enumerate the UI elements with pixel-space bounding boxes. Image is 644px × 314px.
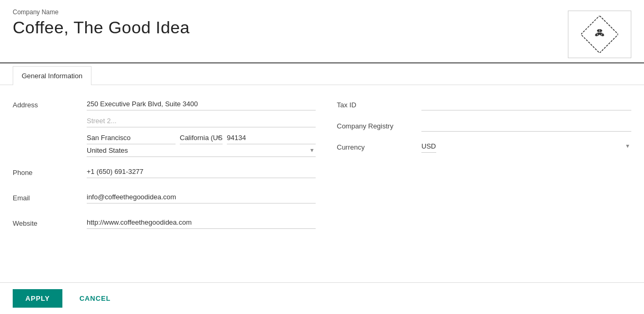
currency-label: Currency	[337, 140, 421, 151]
tabs-bar: General Information	[0, 63, 644, 85]
address-row: Address California (US	[13, 98, 316, 157]
currency-wrapper: USD EUR GBP	[421, 140, 631, 153]
taxid-label: Tax ID	[337, 98, 421, 109]
website-label: Website	[13, 216, 87, 227]
website-row: Website	[13, 216, 316, 233]
address-fields: California (US United States	[87, 98, 316, 157]
currency-select[interactable]: USD EUR GBP	[421, 140, 436, 153]
taxid-row: Tax ID	[337, 98, 631, 110]
company-label: Company Name	[13, 8, 190, 16]
page-wrapper: Company Name Coffee, The Good Idea Gen	[0, 0, 644, 314]
registry-row: Company Registry	[337, 119, 631, 132]
form-right: Tax ID Company Registry Currency USD EUR	[337, 98, 631, 242]
phone-row: Phone	[13, 165, 316, 182]
logo-diamond-icon	[581, 16, 618, 53]
street2-input[interactable]	[87, 115, 316, 127]
currency-row: Currency USD EUR GBP	[337, 140, 631, 153]
header: Company Name Coffee, The Good Idea	[0, 0, 644, 63]
phone-input[interactable]	[87, 165, 316, 178]
taxid-input[interactable]	[421, 98, 631, 110]
company-name: Coffee, The Good Idea	[13, 18, 190, 38]
city-state-zip-row: California (US	[87, 132, 316, 144]
state-wrapper: California (US	[180, 132, 223, 144]
tab-general-information[interactable]: General Information	[13, 66, 91, 85]
state-select[interactable]: California (US	[180, 132, 223, 144]
website-input[interactable]	[87, 216, 316, 229]
cancel-button[interactable]: CANCEL	[71, 289, 119, 308]
main-content: Address California (US	[0, 85, 644, 282]
phone-fields	[87, 165, 316, 182]
email-row: Email	[13, 191, 316, 208]
email-input[interactable]	[87, 191, 316, 204]
registry-label: Company Registry	[337, 119, 421, 130]
city-input[interactable]	[87, 132, 176, 144]
apply-button[interactable]: APPLY	[13, 289, 62, 308]
phone-label: Phone	[13, 165, 87, 177]
website-fields	[87, 216, 316, 233]
zip-input[interactable]	[227, 132, 316, 144]
email-label: Email	[13, 191, 87, 202]
street1-input[interactable]	[87, 98, 316, 110]
registry-input[interactable]	[421, 119, 631, 132]
form-left: Address California (US	[13, 98, 316, 242]
country-select[interactable]: United States	[87, 144, 316, 157]
company-info: Company Name Coffee, The Good Idea	[13, 8, 190, 38]
address-label: Address	[13, 98, 87, 109]
form-section: Address California (US	[13, 98, 631, 242]
country-row: United States	[87, 144, 316, 157]
email-fields	[87, 191, 316, 208]
company-logo	[568, 11, 631, 58]
footer: APPLY CANCEL	[0, 282, 644, 314]
